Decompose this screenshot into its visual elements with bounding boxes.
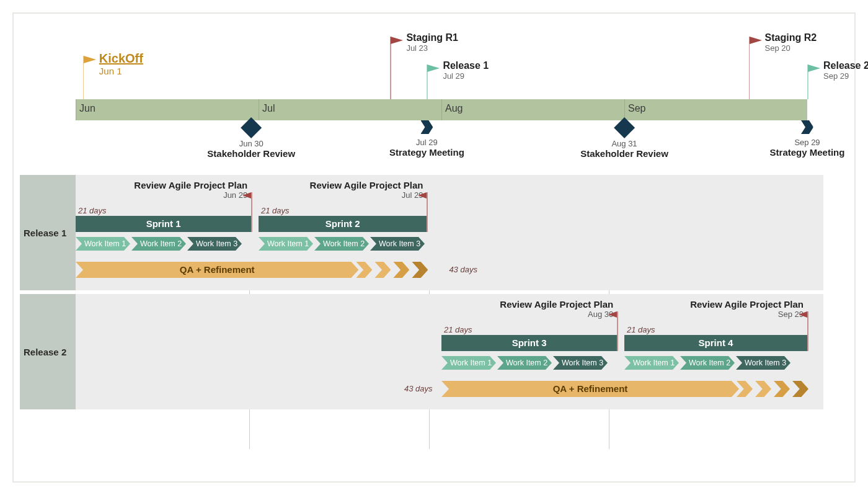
qa-bar[interactable]: QA + Refinement [76,262,445,278]
milestones-row: Jun 30Stakeholder ReviewJul 29Strategy M… [76,120,823,170]
work-item[interactable]: Work Item 3 [553,356,608,370]
flag-title: Release 2 [823,60,868,71]
flag-icon [608,311,617,318]
flag-pole [749,37,750,99]
work-item[interactable]: Work Item 2 [131,237,186,251]
month-label: Jun [79,103,95,114]
sprint-bar[interactable]: Sprint 3 [441,335,617,351]
swimlanes: Release 1Review Agile Project PlanJun 29… [20,175,823,409]
qa-bar[interactable]: QA + Refinement [441,381,826,397]
month-tick [259,99,259,120]
work-item[interactable]: Work Item 2 [497,356,552,370]
sprint-duration: 21 days [444,325,472,334]
flag-title: Release 1 [443,60,489,71]
flag-icon [808,65,820,72]
chevron-icon [420,120,433,134]
milestone-name: Stakeholder Review [207,148,295,159]
review-milestone[interactable]: Review Agile Project PlanJul 29 [310,180,423,200]
lane: Release 1Review Agile Project PlanJun 29… [20,175,823,290]
review-pole [251,192,252,232]
qa-label: QA + Refinement [441,381,739,397]
work-item[interactable]: Work Item 1 [259,237,313,251]
flag-date: Sep 29 [823,71,868,81]
chevron-icon [774,381,790,397]
lane-body: Review Agile Project PlanJun 29Review Ag… [76,175,823,290]
milestone-date: Jun 30 [207,139,295,148]
milestone-date: Aug 31 [580,139,668,148]
review-title: Review Agile Project Plan [310,180,423,190]
flag-date: Jul 23 [406,43,458,53]
qa-duration: 43 days [404,384,433,393]
timeline: JunJulAugSep KickOffJun 1Staging R1Jul 2… [76,38,823,138]
review-date: Aug 30 [500,310,613,319]
sprint-bar[interactable]: Sprint 1 [76,216,251,232]
chevron-icon [755,381,771,397]
qa-duration: 43 days [449,265,477,274]
diamond-icon [241,117,262,138]
milestone[interactable]: Jul 29Strategy Meeting [389,120,464,158]
review-title: Review Agile Project Plan [690,299,804,310]
roadmap-canvas: JunJulAugSep KickOffJun 1Staging R1Jul 2… [12,12,856,483]
work-item[interactable]: Work Item 2 [680,356,735,370]
lane-body: Review Agile Project PlanAug 30Review Ag… [76,294,823,409]
work-item[interactable]: Work Item 3 [736,356,790,370]
month-label: Jul [262,103,275,114]
review-date: Jul 29 [310,190,423,200]
month-label: Aug [445,103,463,114]
flag-icon [427,65,440,72]
lane: Release 2Review Agile Project PlanAug 30… [20,294,823,409]
work-item[interactable]: Work Item 2 [314,237,369,251]
work-item[interactable]: Work Item 1 [76,237,130,251]
sprint-duration: 21 days [261,206,290,215]
flag-icon [418,192,427,198]
flag-icon [750,37,762,44]
month-tick [441,99,442,120]
month-label: Sep [628,103,645,114]
review-title: Review Agile Project Plan [500,299,613,310]
flag-icon [391,37,403,44]
sprint-duration: 21 days [78,206,107,215]
month-bar: JunJulAugSep [76,99,807,120]
milestone-date: Jul 29 [389,138,464,147]
month-tick [76,99,76,120]
sprint-duration: 21 days [627,325,655,334]
review-milestone[interactable]: Review Agile Project PlanSep 29 [690,299,804,319]
milestone[interactable]: Jun 30Stakeholder Review [207,120,295,159]
review-date: Sep 29 [690,310,804,319]
review-milestone[interactable]: Review Agile Project PlanAug 30 [500,299,613,319]
flag-date: Sep 20 [765,43,817,53]
review-pole [427,192,428,232]
flag-title: KickOff [99,51,143,66]
lane-label: Release 2 [20,294,76,409]
review-pole [617,311,618,351]
chevron-icon [801,120,813,134]
milestone[interactable]: Aug 31Stakeholder Review [580,120,668,159]
review-pole [807,311,808,351]
review-milestone[interactable]: Review Agile Project PlanJun 29 [134,180,247,200]
sprint-bar[interactable]: Sprint 4 [624,335,807,351]
flag-icon [799,311,807,318]
flag-icon [242,192,251,198]
milestone[interactable]: Sep 29Strategy Meeting [770,120,845,158]
sprint-bar[interactable]: Sprint 2 [259,216,427,232]
milestone-date: Sep 29 [770,138,845,147]
flag-title: Staging R1 [406,32,458,43]
work-item[interactable]: Work Item 1 [624,356,679,370]
milestone-name: Strategy Meeting [770,147,845,158]
work-item[interactable]: Work Item 3 [370,237,425,251]
chevron-icon [393,262,409,278]
work-item[interactable]: Work Item 1 [441,356,496,370]
flag-title: Staging R2 [765,32,817,43]
qa-label: QA + Refinement [76,262,358,278]
diamond-icon [614,117,635,138]
flag-icon [84,56,96,63]
work-item[interactable]: Work Item 3 [187,237,242,251]
lane-label: Release 1 [20,175,76,290]
milestone-name: Stakeholder Review [580,148,668,159]
milestone-name: Strategy Meeting [389,147,464,158]
flag-date: Jun 1 [99,66,143,76]
chevron-icon [374,262,391,278]
chevron-icon [412,262,428,278]
review-title: Review Agile Project Plan [134,180,247,190]
flag-pole [390,37,391,99]
